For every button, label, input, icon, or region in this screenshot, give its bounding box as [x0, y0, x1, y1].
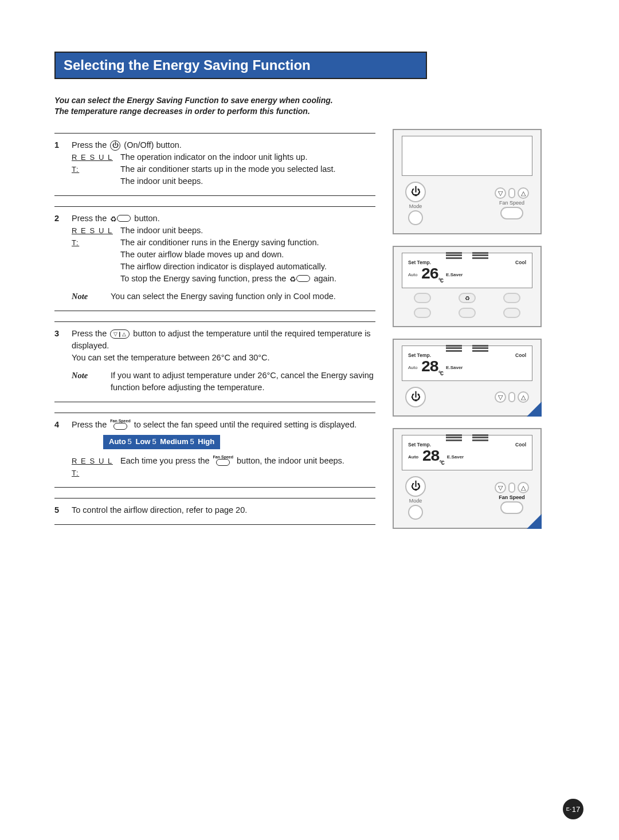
result-label: R E S U L T:: [72, 153, 113, 174]
page-title: Selecting the Energy Saving Function: [54, 52, 427, 79]
fan-speed-icon: Fan Speed: [213, 455, 233, 468]
remote-panel-2: Set Temp. Cool Auto 26°C E.Saver ♻: [393, 246, 542, 327]
lcd-display: [402, 136, 532, 176]
small-button: [503, 293, 520, 303]
fan-speed-button: [500, 207, 523, 219]
power-button: ⏻: [405, 387, 426, 407]
step-number: 3: [54, 328, 72, 394]
temp-buttons: ▽ △: [495, 187, 529, 199]
step-1: 1 Press the ⏻ (On/Off) button. R E S U L…: [54, 133, 375, 196]
result-label: R E S U L T:: [72, 226, 113, 247]
step-number: 5: [54, 504, 72, 516]
steps-list: 1 Press the ⏻ (On/Off) button. R E S U L…: [54, 133, 375, 525]
highlight-arrow-icon: [527, 402, 542, 417]
temp-buttons: ▽ △: [495, 482, 529, 493]
remote-panel-3: Set Temp. Cool Auto 28°C E.Saver ⏻ ▽ △: [393, 339, 542, 417]
airflow-bars-icon: [472, 433, 488, 442]
temp-adjust-icon: ▽❙△: [110, 329, 130, 339]
step-2: 2 Press the ♻ button. R E S U L T: The i…: [54, 206, 375, 311]
airflow-bars-icon: [472, 344, 488, 352]
airflow-bars-icon: [472, 251, 488, 260]
intro-text: You can select the Energy Saving Functio…: [54, 95, 375, 117]
lcd-display: Set Temp. Cool Auto 28°C E.Saver: [402, 346, 532, 381]
temp-buttons: ▽ △: [495, 391, 529, 403]
fan-cycle: Auto5 Low5 Medium5 High: [103, 435, 220, 449]
airflow-bars-icon: [446, 344, 462, 352]
small-button: [414, 293, 431, 303]
mode-button: [408, 210, 423, 225]
step-3: 3 Press the ▽❙△ button to adjust the tem…: [54, 321, 375, 402]
page-number: E-17: [563, 799, 583, 819]
esaver-button: ♻: [459, 293, 476, 303]
esaver-icon: ♻: [110, 215, 131, 223]
highlight-arrow-icon: [527, 514, 542, 529]
step-4: 4 Press the Fan Speed to select the fan …: [54, 413, 375, 488]
small-button: [414, 308, 431, 318]
result-label: R E S U L T:: [72, 457, 113, 477]
step-number: 1: [54, 139, 72, 187]
small-button: [459, 308, 476, 318]
lcd-display: Set Temp. Cool Auto 26°C E.Saver: [402, 253, 532, 288]
illustration-column: ⏻ Mode ▽ △ Fan Speed Set Temp: [393, 129, 542, 529]
step-5: 5 To control the airflow direction, refe…: [54, 498, 375, 525]
note-label: Note: [72, 370, 106, 394]
lcd-display: Set Temp. Cool Auto 28°C E.Saver: [402, 435, 532, 470]
airflow-bars-icon: [446, 433, 462, 442]
airflow-bars-icon: [446, 251, 462, 260]
small-button: [503, 308, 520, 318]
power-icon: ⏻: [110, 140, 120, 151]
note-label: Note: [72, 291, 106, 303]
step-number: 4: [54, 419, 72, 479]
step-number: 2: [54, 213, 72, 303]
power-button: ⏻: [405, 182, 426, 202]
power-button: ⏻: [405, 476, 426, 497]
mode-button: [408, 505, 423, 520]
fan-speed-button: [500, 501, 523, 514]
esaver-icon: ♻: [289, 275, 310, 284]
remote-panel-4: Set Temp. Cool Auto 28°C E.Saver ⏻ Mode …: [393, 428, 542, 529]
remote-panel-1: ⏻ Mode ▽ △ Fan Speed: [393, 129, 542, 234]
fan-speed-icon: Fan Speed: [110, 419, 130, 431]
